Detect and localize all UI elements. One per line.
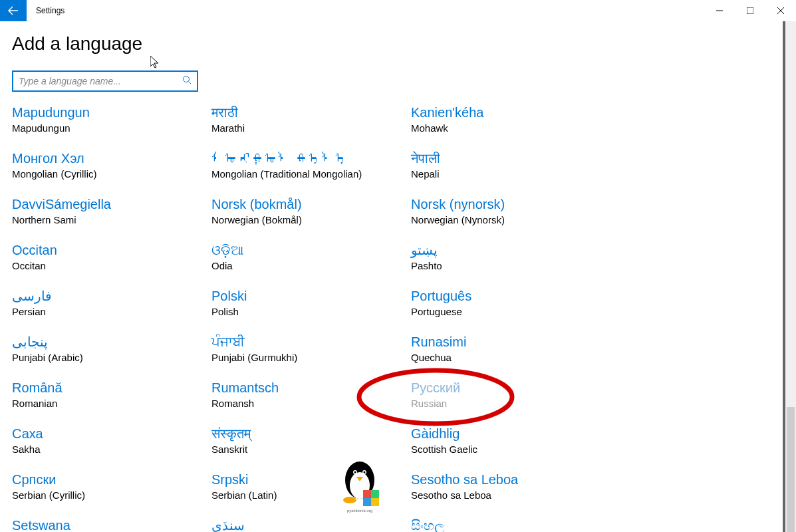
- language-item[interactable]: PolskiPolish: [211, 287, 411, 317]
- language-item[interactable]: RunasimiQuechua: [411, 333, 610, 363]
- language-english-name: Mapudungun: [12, 122, 211, 134]
- language-english-name: Odia: [211, 260, 411, 271]
- language-item[interactable]: Kanien'kéhaMohawk: [411, 104, 610, 134]
- scrollbar-thumb[interactable]: [787, 407, 795, 532]
- maximize-icon: [747, 7, 753, 14]
- language-english-name: Polish: [211, 306, 411, 317]
- language-english-name: Punjabi (Gurmukhi): [211, 352, 411, 363]
- language-native-name: मराठी: [211, 104, 411, 121]
- language-native-name: Polski: [211, 287, 411, 305]
- language-item[interactable]: СрпскиSerbian (Cyrillic): [12, 471, 211, 501]
- language-native-name: ᠮᠤᠩᠭᠤᠯ ᠬᠡᠯᠡ: [211, 150, 411, 167]
- language-item[interactable]: DavviSámegiellaNorthern Sami: [12, 196, 211, 225]
- language-native-name: Gàidhlig: [411, 425, 610, 442]
- content-area: Add a language MapudungunMapudungunमराठी…: [0, 21, 796, 532]
- language-item[interactable]: РусскийRussian: [411, 379, 610, 409]
- language-native-name: Runasimi: [411, 333, 610, 350]
- language-item[interactable]: سنڌي: [211, 517, 411, 532]
- language-item[interactable]: नेपालीNepali: [411, 150, 610, 180]
- language-english-name: Romanian: [12, 398, 211, 409]
- language-native-name: नेपाली: [411, 150, 610, 167]
- language-english-name: Norwegian (Bokmål): [211, 214, 411, 225]
- svg-point-1: [184, 76, 190, 82]
- language-native-name: Монгол Хэл: [12, 150, 211, 167]
- language-english-name: Persian: [12, 306, 211, 317]
- language-item[interactable]: СахаSakha: [12, 425, 211, 455]
- maximize-button[interactable]: [735, 0, 765, 21]
- language-native-name: Русский: [411, 379, 610, 396]
- language-english-name: Norwegian (Nynorsk): [411, 214, 610, 225]
- language-english-name: Scottish Gaelic: [411, 444, 610, 455]
- language-item[interactable]: Sesotho sa LeboaSesotho sa Leboa: [411, 471, 610, 501]
- language-english-name: Mongolian (Traditional Mongolian): [211, 168, 411, 180]
- language-native-name: संस्कृतम्: [211, 425, 411, 442]
- minimize-icon: [716, 7, 723, 14]
- language-english-name: Quechua: [411, 352, 610, 363]
- language-native-name: Srpski: [211, 471, 411, 488]
- minimize-button[interactable]: [704, 0, 735, 21]
- language-native-name: Sesotho sa Leboa: [411, 471, 610, 488]
- language-english-name: Marathi: [211, 122, 411, 134]
- language-native-name: Саха: [12, 425, 211, 442]
- language-native-name: پښتو: [411, 241, 610, 259]
- language-english-name: Punjabi (Arabic): [12, 352, 211, 363]
- language-item[interactable]: فارسیPersian: [12, 287, 211, 317]
- language-item[interactable]: RomânăRomanian: [12, 379, 211, 409]
- language-item[interactable]: PortuguêsPortuguese: [411, 287, 610, 317]
- mouse-cursor: [150, 56, 161, 72]
- language-english-name: Russian: [411, 398, 610, 409]
- language-grid: MapudungunMapudungunमराठीMarathiKanien'k…: [12, 104, 784, 532]
- language-item[interactable]: ਪੰਜਾਬੀPunjabi (Gurmukhi): [211, 333, 411, 363]
- close-button[interactable]: [765, 0, 796, 21]
- svg-rect-0: [747, 7, 753, 14]
- language-native-name: සිංහල: [411, 517, 610, 532]
- language-english-name: Occitan: [12, 260, 211, 271]
- language-native-name: Setswana: [12, 517, 211, 532]
- language-item[interactable]: ଓଡ଼ିଆOdia: [211, 241, 411, 271]
- language-english-name: Portuguese: [411, 306, 610, 317]
- search-box[interactable]: [12, 70, 198, 92]
- language-english-name: Romansh: [211, 398, 411, 409]
- search-input[interactable]: [19, 76, 182, 86]
- language-native-name: Occitan: [12, 241, 211, 259]
- language-native-name: Rumantsch: [211, 379, 411, 396]
- language-item[interactable]: संस्कृतम्Sanskrit: [211, 425, 411, 455]
- language-item[interactable]: پنجابیPunjabi (Arabic): [12, 333, 211, 363]
- language-item[interactable]: मराठीMarathi: [211, 104, 411, 134]
- language-english-name: Sanskrit: [211, 444, 411, 455]
- language-native-name: Mapudungun: [12, 104, 211, 121]
- language-native-name: فارسی: [12, 287, 211, 305]
- language-native-name: Norsk (bokmål): [211, 196, 411, 213]
- window-title: Settings: [36, 6, 65, 15]
- language-item[interactable]: ᠮᠤᠩᠭᠤᠯ ᠬᠡᠯᠡMongolian (Traditional Mongol…: [211, 150, 411, 180]
- language-item[interactable]: Norsk (bokmål)Norwegian (Bokmål): [211, 196, 411, 225]
- close-icon: [777, 7, 784, 14]
- search-icon: [182, 75, 192, 87]
- language-english-name: Northern Sami: [12, 214, 211, 225]
- language-item[interactable]: Norsk (nynorsk)Norwegian (Nynorsk): [411, 196, 610, 225]
- language-english-name: Serbian (Latin): [211, 489, 411, 501]
- language-item[interactable]: پښتوPashto: [411, 241, 610, 271]
- language-native-name: پنجابی: [12, 333, 211, 350]
- language-item[interactable]: Монгол ХэлMongolian (Cyrillic): [12, 150, 211, 180]
- language-native-name: Српски: [12, 471, 211, 488]
- language-item[interactable]: MapudungunMapudungun: [12, 104, 211, 134]
- language-item[interactable]: GàidhligScottish Gaelic: [411, 425, 610, 455]
- titlebar: Settings: [0, 0, 796, 21]
- scrollbar-inner-track: [783, 21, 785, 532]
- language-item[interactable]: SrpskiSerbian (Latin): [211, 471, 411, 501]
- language-native-name: Română: [12, 379, 211, 396]
- scrollbar[interactable]: [785, 21, 796, 532]
- window-controls: [704, 0, 796, 21]
- language-english-name: Sakha: [12, 444, 211, 455]
- language-item[interactable]: Setswana: [12, 517, 211, 532]
- language-item[interactable]: OccitanOccitan: [12, 241, 211, 271]
- language-item[interactable]: RumantschRomansh: [211, 379, 411, 409]
- back-button[interactable]: [0, 0, 27, 21]
- language-native-name: ଓଡ଼ିଆ: [211, 241, 411, 259]
- language-english-name: Mongolian (Cyrillic): [12, 168, 211, 180]
- language-item[interactable]: සිංහල: [411, 517, 610, 532]
- language-english-name: Nepali: [411, 168, 610, 180]
- language-native-name: ਪੰਜਾਬੀ: [211, 333, 411, 350]
- language-native-name: Kanien'kéha: [411, 104, 610, 121]
